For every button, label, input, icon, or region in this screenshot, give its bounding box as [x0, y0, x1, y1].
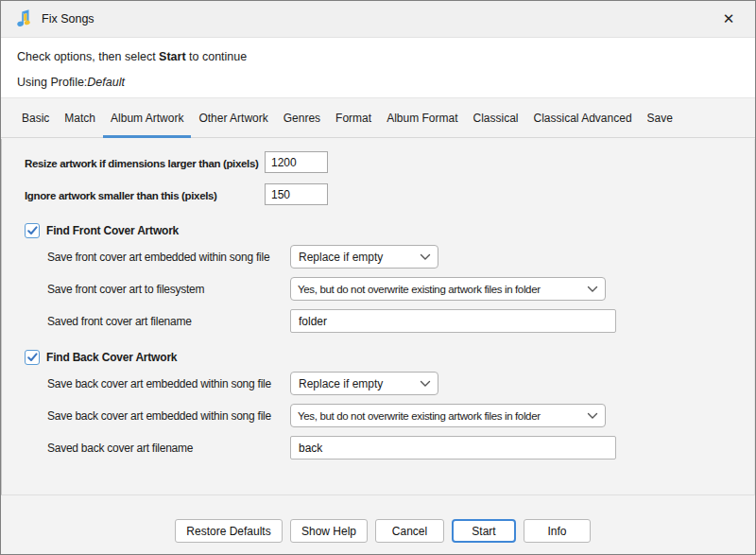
resize-input[interactable] [265, 151, 328, 173]
music-note-icon [14, 9, 33, 29]
back-filesystem-select[interactable]: Yes, but do not overwrite existing artwo… [290, 404, 606, 427]
window-title: Fix Songs [42, 12, 94, 26]
back-embedded-label: Save back cover art embedded within song… [47, 377, 271, 390]
info-button[interactable]: Info [524, 519, 591, 543]
front-embedded-row: Save front cover art embedded within son… [2, 245, 754, 269]
front-filesystem-select[interactable]: Yes, but do not overwrite existing artwo… [290, 277, 606, 301]
profile-text: Using Profile:Default [17, 76, 125, 89]
front-cover-checkbox-row: Find Front Cover Artwork [2, 218, 754, 242]
tab-match[interactable]: Match [57, 99, 103, 137]
tab-bar: Basic Match Album Artwork Other Artwork … [1, 99, 755, 138]
back-filesystem-row: Save back cover art embedded within song… [2, 404, 754, 427]
front-filename-input[interactable] [290, 309, 616, 333]
back-embedded-value: Replace if empty [299, 377, 383, 390]
tab-classical-advanced[interactable]: Classical Advanced [526, 99, 640, 137]
start-button[interactable]: Start [452, 519, 516, 543]
resize-label: Resize artwork if dimensions larger than… [25, 158, 258, 169]
resize-row: Resize artwork if dimensions larger than… [2, 151, 754, 175]
back-filesystem-label: Save back cover art embedded within song… [47, 409, 271, 423]
ignore-input[interactable] [265, 183, 328, 205]
front-cover-checkbox[interactable] [25, 223, 40, 238]
tab-genres[interactable]: Genres [276, 99, 328, 137]
ignore-label: Ignore artwork smaller than this (pixels… [25, 190, 217, 201]
chevron-down-icon [587, 412, 598, 420]
front-embedded-value: Replace if empty [299, 251, 383, 264]
tab-format[interactable]: Format [328, 99, 379, 137]
back-filename-input[interactable] [290, 436, 616, 460]
chevron-down-icon [587, 286, 598, 293]
back-embedded-row: Save back cover art embedded within song… [2, 372, 754, 395]
instruction-suffix: to continue [186, 50, 248, 63]
back-cover-checkbox-row: Find Back Cover Artwork [2, 345, 754, 369]
tab-other-artwork[interactable]: Other Artwork [191, 99, 275, 137]
ignore-row: Ignore artwork smaller than this (pixels… [2, 183, 754, 207]
dialog-button-row: Restore Defaults Show Help Cancel Start … [175, 519, 591, 543]
back-cover-checkbox-label: Find Back Cover Artwork [46, 351, 177, 364]
checkmark-icon [27, 226, 38, 235]
tab-album-format[interactable]: Album Format [379, 99, 465, 137]
front-filesystem-value: Yes, but do not overwrite existing artwo… [298, 284, 541, 295]
front-filesystem-label: Save front cover art to filesystem [47, 283, 204, 296]
checkmark-icon [27, 353, 38, 362]
album-artwork-panel: Resize artwork if dimensions larger than… [1, 139, 755, 495]
back-filename-label: Saved back cover art filename [47, 442, 193, 455]
instruction-prefix: Check options, then select [17, 50, 159, 63]
chevron-down-icon [420, 253, 431, 261]
tab-classical[interactable]: Classical [465, 99, 525, 137]
show-help-button[interactable]: Show Help [290, 519, 368, 543]
front-cover-checkbox-label: Find Front Cover Artwork [46, 224, 179, 237]
close-icon[interactable]: ✕ [710, 1, 747, 37]
profile-label: Using Profile: [17, 76, 87, 89]
restore-defaults-button[interactable]: Restore Defaults [175, 519, 283, 543]
back-cover-checkbox[interactable] [25, 350, 40, 365]
front-filename-label: Saved front cover art filename [47, 315, 192, 328]
front-embedded-select[interactable]: Replace if empty [290, 245, 438, 269]
chevron-down-icon [420, 380, 431, 388]
cancel-button[interactable]: Cancel [375, 519, 444, 543]
front-embedded-label: Save front cover art embedded within son… [47, 251, 269, 264]
profile-value: Default [87, 76, 125, 89]
back-filesystem-value: Yes, but do not overwrite existing artwo… [298, 410, 541, 422]
instruction-start-keyword: Start [159, 50, 185, 63]
instruction-text: Check options, then select Start to cont… [17, 50, 247, 63]
tab-album-artwork[interactable]: Album Artwork [103, 99, 191, 137]
back-embedded-select[interactable]: Replace if empty [290, 372, 438, 395]
front-filesystem-row: Save front cover art to filesystem Yes, … [2, 277, 754, 301]
back-filename-row: Saved back cover art filename [2, 436, 754, 460]
tab-save[interactable]: Save [640, 99, 680, 137]
titlebar: Fix Songs ✕ [1, 1, 755, 37]
tab-basic[interactable]: Basic [14, 99, 57, 137]
fix-songs-dialog: Fix Songs ✕ Check options, then select S… [0, 0, 756, 555]
header-panel: Check options, then select Start to cont… [1, 37, 755, 98]
front-filename-row: Saved front cover art filename [2, 309, 754, 333]
